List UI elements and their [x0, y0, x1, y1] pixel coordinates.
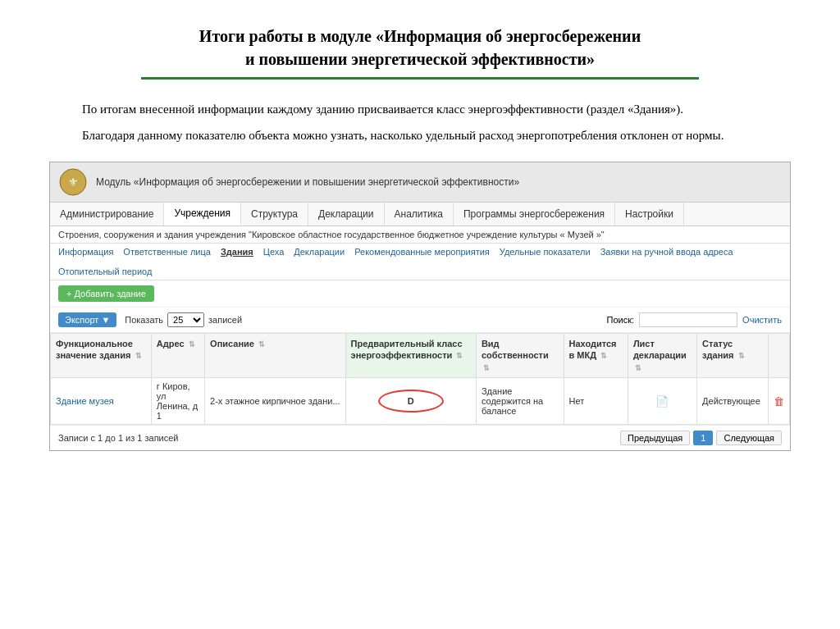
cell-delete: 🗑 — [768, 378, 789, 425]
title-underline — [141, 77, 699, 80]
search-label: Поиск: — [607, 315, 635, 325]
search-input[interactable] — [639, 312, 737, 327]
clear-button[interactable]: Очистить — [742, 315, 782, 325]
nav-item-institutions[interactable]: Учреждения — [164, 203, 241, 226]
delete-icon[interactable]: 🗑 — [774, 395, 784, 408]
sort-icon-declaration[interactable]: ⇅ — [635, 364, 641, 372]
th-ownership: Вид собственности ⇅ — [476, 334, 564, 378]
subnav-declarations[interactable]: Декларации — [294, 247, 345, 257]
table-row: Здание музея г Киров, ул Ленина, д 1 2-х… — [51, 378, 790, 425]
table-footer: Записи с 1 до 1 из 1 записей Предыдущая … — [50, 425, 790, 450]
document-icon[interactable]: 📄 — [655, 395, 669, 408]
subnav-heating[interactable]: Отопительный период — [58, 267, 152, 276]
th-description: Описание ⇅ — [205, 334, 345, 378]
th-address: Адрес ⇅ — [151, 334, 204, 378]
table-header-row: Функциональное значение здания ⇅ Адрес ⇅… — [51, 334, 790, 378]
cell-ownership: Здание содержится на балансе — [476, 378, 564, 425]
th-actions — [768, 334, 789, 378]
cell-declaration-doc: 📄 — [628, 378, 696, 425]
nav-item-analytics[interactable]: Аналитика — [385, 203, 454, 226]
page-wrapper: Итоги работы в модуле «Информация об эне… — [0, 0, 840, 467]
cell-address: г Киров, ул Ленина, д 1 — [151, 378, 204, 425]
building-name-link[interactable]: Здание музея — [56, 396, 114, 406]
para2: Благодаря данному показателю объекта мож… — [49, 125, 791, 145]
records-suffix: записей — [208, 315, 242, 325]
prev-page-button[interactable]: Предыдущая — [620, 431, 690, 445]
nav-bar: Администрирование Учреждения Структура Д… — [50, 203, 790, 226]
action-bar: + Добавить здание — [50, 280, 790, 308]
sort-icon-status[interactable]: ⇅ — [738, 352, 745, 360]
module-header: ⚜ Модуль «Информация об энергосбережении… — [50, 162, 790, 203]
table-controls-left: Экспорт ▼ Показать 25 50 100 записей — [58, 312, 242, 327]
subnav-buildings[interactable]: Здания — [221, 247, 253, 257]
energy-class-value: D — [408, 396, 414, 406]
page-title: Итоги работы в модуле «Информация об эне… — [49, 25, 791, 71]
path-bar: Строения, сооружения и здания учреждения… — [50, 226, 790, 244]
show-records: Показать 25 50 100 записей — [125, 312, 242, 327]
sort-icon-ownership[interactable]: ⇅ — [483, 364, 490, 372]
subnav-shops[interactable]: Цеха — [263, 247, 285, 257]
subnav-persons[interactable]: Ответственные лица — [123, 247, 211, 257]
cell-description: 2-х этажное кирпичное здани... — [205, 378, 345, 425]
sort-icon-address[interactable]: ⇅ — [189, 340, 195, 349]
screenshot-container: ⚜ Модуль «Информация об энергосбережении… — [49, 162, 791, 451]
next-page-button[interactable]: Следующая — [716, 431, 782, 445]
add-building-button[interactable]: + Добавить здание — [58, 285, 154, 302]
nav-item-declarations[interactable]: Декларации — [308, 203, 385, 226]
show-label: Показать — [125, 315, 163, 325]
current-page-button[interactable]: 1 — [693, 431, 713, 445]
th-energy-class: Предварительный класс энергоэффективност… — [345, 334, 476, 378]
module-logo: ⚜ — [58, 167, 88, 197]
table-controls-right: Поиск: Очистить — [607, 312, 782, 327]
nav-item-settings[interactable]: Настройки — [615, 203, 684, 226]
records-info: Записи с 1 до 1 из 1 записей — [58, 433, 179, 443]
subnav-info[interactable]: Информация — [58, 247, 113, 257]
sort-icon-energy[interactable]: ⇅ — [456, 352, 463, 360]
th-functional: Функциональное значение здания ⇅ — [51, 334, 152, 378]
description-block: По итогам внесенной информации каждому з… — [49, 99, 791, 145]
nav-item-structure[interactable]: Структура — [241, 203, 308, 226]
cell-mkd: Нет — [564, 378, 628, 425]
subnav-manual-address[interactable]: Заявки на ручной ввода адреса — [600, 247, 733, 257]
nav-item-admin[interactable]: Администрирование — [50, 203, 164, 226]
th-mkd: Находится в МКД ⇅ — [564, 334, 628, 378]
cell-building-name: Здание музея — [51, 378, 152, 425]
th-status: Статус здания ⇅ — [697, 334, 769, 378]
path-text: Строения, сооружения и здания учреждения… — [58, 230, 605, 239]
cell-energy-class: D — [345, 378, 476, 425]
subnav-recommendations[interactable]: Рекомендованные мероприятия — [354, 247, 490, 257]
export-button[interactable]: Экспорт ▼ — [58, 312, 116, 327]
sort-icon-description[interactable]: ⇅ — [258, 340, 265, 349]
nav-item-programs[interactable]: Программы энергосбережения — [454, 203, 615, 226]
buildings-table: Функциональное значение здания ⇅ Адрес ⇅… — [50, 333, 790, 425]
para1: По итогам внесенной информации каждому з… — [49, 99, 791, 119]
sort-icon-mkd[interactable]: ⇅ — [600, 352, 607, 360]
subnav-unit-indicators[interactable]: Удельные показатели — [500, 247, 591, 257]
pagination: Предыдущая 1 Следующая — [620, 431, 782, 445]
module-title: Модуль «Информация об энергосбережении и… — [96, 176, 519, 188]
records-per-page-select[interactable]: 25 50 100 — [167, 312, 204, 327]
table-controls: Экспорт ▼ Показать 25 50 100 записей Пои… — [50, 308, 790, 333]
svg-text:⚜: ⚜ — [68, 176, 79, 189]
cell-status: Действующее — [697, 378, 769, 425]
sub-nav: Информация Ответственные лица Здания Цех… — [50, 244, 790, 280]
th-declaration: Лист декларации ⇅ — [628, 334, 696, 378]
sort-icon-functional[interactable]: ⇅ — [135, 352, 142, 360]
